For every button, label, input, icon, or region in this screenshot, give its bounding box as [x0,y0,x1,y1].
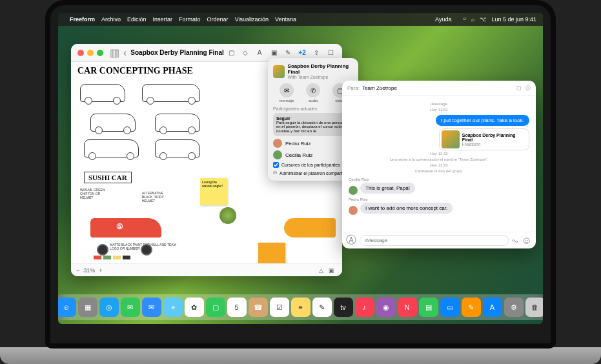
sidebar-toggle-icon[interactable]: ▥ [110,46,119,59]
annotation-nori: ALTERNATIVE BLACK "NORI" HELMET [142,191,174,203]
facetime-video-icon[interactable]: ▢ [516,85,522,91]
dock-pages[interactable]: ✎ [462,298,481,317]
participant-name-1: Pedro Ruiz [285,141,311,147]
minimize-button[interactable] [87,50,94,56]
dock-facetime[interactable]: ▢ [206,298,225,317]
thread-meta-2b: Le pusiste a la conversación el nombre "… [349,157,529,161]
audio-message-icon[interactable]: ⏦ [512,235,518,247]
dock-numbers[interactable]: ▤ [419,298,438,317]
menubar: Freeform Archivo Edición Insertar Format… [58,13,543,26]
menu-formato[interactable]: Formato [179,16,201,23]
dock-music[interactable]: ♪ [355,298,374,317]
control-center-icon[interactable]: ⌥ [480,16,486,23]
cursors-checkbox[interactable] [273,162,279,168]
sender-avatar-2 [349,206,358,215]
message-action-button[interactable]: ✉ [280,83,294,97]
dock-photos[interactable]: ✿ [185,298,204,317]
tool-note-icon[interactable]: ▢ [226,48,236,57]
manage-shared-row[interactable]: ⚇ Administrar el pizarrón compartido [273,170,353,176]
color-swatches[interactable] [94,256,130,259]
menu-edicion[interactable]: Edición [127,16,147,23]
red-car-illustration[interactable]: ⑤ [90,218,168,250]
more-icon[interactable]: ☐ [325,48,336,57]
menubar-datetime[interactable]: Lun 5 de jun 9:41 [491,16,536,23]
car-sketch-2[interactable] [142,84,200,102]
canvas-tool-icon-1[interactable]: △ [319,267,323,274]
dock-news[interactable]: N [398,298,417,317]
dock-safari[interactable]: ◎ [99,298,119,317]
tool-pen-icon[interactable]: ✎ [283,48,293,57]
message-in-2[interactable]: I want to add one more concept car. [360,203,453,214]
audio-action-button[interactable]: ✆ [306,83,320,97]
car-sketch-6[interactable] [155,139,200,157]
sticky-note-2[interactable] [258,243,285,263]
participant-row-1[interactable]: Pedro Ruiz [273,139,353,148]
car-sketch-4[interactable] [155,114,200,132]
dock-keynote[interactable]: ▭ [440,298,460,317]
zoom-button[interactable] [97,50,103,56]
thread-meta-2a: Hoy 12:32 [349,152,529,156]
dock-podcasts[interactable]: ◉ [376,298,396,317]
dock-trash[interactable]: 🗑 [525,298,544,317]
tool-media-icon[interactable]: ▣ [269,48,279,57]
dock-maps[interactable]: ⌖ [163,298,183,317]
dock-contacts[interactable]: ☎ [249,298,268,317]
dock-freeform[interactable]: ✎ [312,298,332,317]
tool-shape-icon[interactable]: ◇ [240,48,250,57]
dock-reminders[interactable]: ☑ [270,298,289,317]
sushi-car-label[interactable]: SUSHI CAR [84,172,132,183]
dock-settings[interactable]: ⚙ [504,298,524,317]
dock-notes[interactable]: ≡ [291,298,311,317]
car-sketch-5[interactable] [84,139,139,157]
dock-messages[interactable]: ✉ [121,298,140,317]
menu-ordenar[interactable]: Ordenar [207,16,229,23]
thread-meta-1a: iMessage [349,102,529,106]
attachment-thumbnail [442,130,460,148]
car-sketch-3[interactable] [90,114,136,132]
dock-calendar[interactable]: 5 [227,298,247,317]
participant-row-2[interactable]: Cecilia Ruiz [273,150,353,159]
car-sketch-1[interactable] [80,84,125,102]
menu-ayuda[interactable]: Ayuda [435,16,451,23]
dock-mail[interactable]: ✉ [142,298,161,317]
back-icon[interactable]: ‹ [123,47,127,59]
zoom-in-button[interactable]: + [99,267,102,274]
manage-label: Administrar el pizarrón compartido [280,171,349,176]
menu-insertar[interactable]: Insertar [153,16,173,23]
collaborators-badge[interactable]: +2 [297,48,307,57]
to-value[interactable]: Team Zoetrope [362,85,397,91]
message-out-1[interactable]: I put together our plans. Take a look. [436,115,529,126]
tool-text-icon[interactable]: A [254,48,265,57]
dock-tv[interactable]: tv [334,298,353,317]
zoom-value[interactable]: 31% [83,267,95,274]
menubar-app-name[interactable]: Freeform [70,16,95,23]
window-controls [77,50,103,56]
apps-icon[interactable]: Ⓐ [346,234,356,247]
canvas-tool-icon-2[interactable]: ▣ [329,267,334,274]
dock-finder[interactable]: ☺ [58,298,76,317]
messages-thread[interactable]: iMessage Hoy 11:52 I put together our pl… [342,96,536,232]
message-input[interactable] [360,235,509,246]
wifi-icon[interactable]: ⌔ [463,16,466,23]
spotlight-icon[interactable]: ⌕ [471,16,474,23]
zoom-out-button[interactable]: − [76,267,79,274]
info-icon[interactable]: ⓘ [525,85,531,92]
cursors-checkbox-row[interactable]: Cursores de los participantes [273,162,353,168]
orange-car-illustration[interactable] [284,218,336,238]
dock-launchpad[interactable]: ▦ [78,298,97,317]
message-in-1[interactable]: This is great, Papá! [360,183,415,194]
participant-avatar-1 [273,139,282,148]
menu-visualizacion[interactable]: Visualización [235,16,269,23]
close-button[interactable] [77,50,84,56]
messages-window: Para: Team Zoetrope ▢ ⓘ iMessage Hoy 11:… [342,81,536,248]
attachment-card[interactable]: Soapbox Derby Planning Final Freeform [439,128,529,150]
menu-ventana[interactable]: Ventana [275,16,296,23]
to-label: Para: [347,85,360,91]
wasabi-ball-image[interactable] [219,207,236,224]
follow-hint-box: Seguir Para seguir la ubicación de una p… [273,113,353,136]
dock-appstore[interactable]: A [483,298,502,317]
emoji-icon[interactable]: ☺ [522,235,532,247]
share-icon[interactable]: ⇪ [311,48,321,57]
menu-archivo[interactable]: Archivo [101,16,121,23]
sticky-note-1[interactable]: Loving the wasabi angle!! [200,178,227,205]
